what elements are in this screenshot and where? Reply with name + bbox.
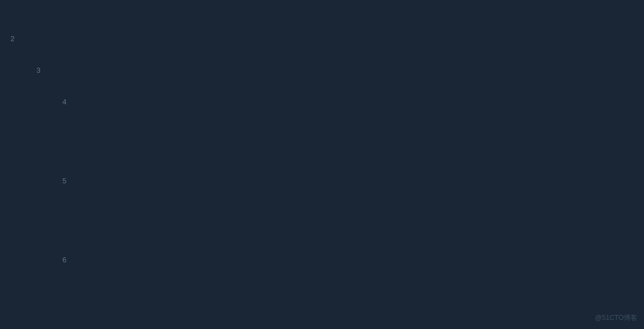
line-number: 5 xyxy=(52,174,73,190)
line-number: 2 xyxy=(0,32,21,47)
code-line xyxy=(0,16,644,32)
line-number: 3 xyxy=(26,63,47,79)
comment-line: 3 4 5 6 7 <Connector address="127.0.0.1"… xyxy=(21,32,644,329)
line-number: 6 xyxy=(52,253,73,269)
code-line: 4 xyxy=(52,95,644,111)
code-editor: 2 3 4 5 6 7 <Connector address="127.0.0.… xyxy=(0,0,644,329)
comment-line: 4 5 6 7 <Connector address="127.0.0.1" p… xyxy=(47,63,644,329)
code-line: 2 3 4 5 6 7 <Connector address="127.0.0.… xyxy=(0,32,644,329)
code-line: 6 xyxy=(52,253,644,269)
code-line xyxy=(0,0,644,16)
code-line: 3 4 5 6 7 <Connector address="127.0.0.1"… xyxy=(26,63,644,329)
line-number: 4 xyxy=(52,95,73,111)
watermark: @51CTO博客 xyxy=(595,310,637,326)
code-line: 5 xyxy=(52,174,644,190)
